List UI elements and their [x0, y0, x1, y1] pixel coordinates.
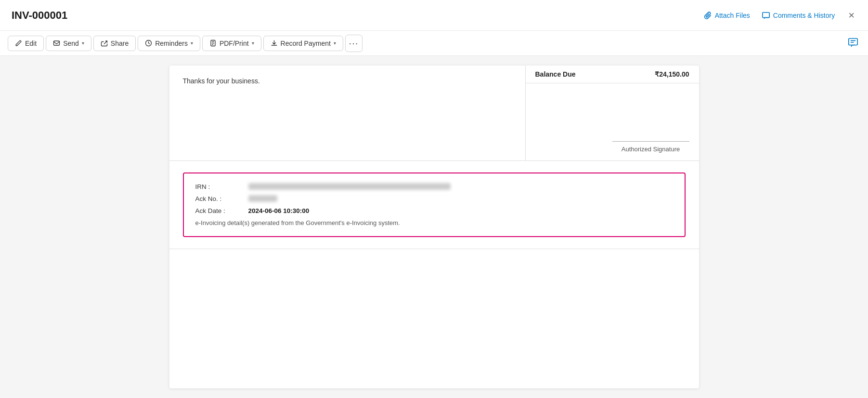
ack-date-value: 2024-06-06 10:30:00: [248, 207, 310, 214]
attach-files-label: Attach Files: [715, 12, 750, 19]
close-icon: ×: [848, 9, 855, 21]
ack-no-value: [248, 195, 277, 202]
einvoicing-note: e-Invoicing detail(s) generated from the…: [195, 219, 673, 226]
irn-section: IRN : Ack No. : Ack Date : 2024-06-06 10…: [183, 172, 686, 237]
more-icon: ⋯: [349, 39, 359, 48]
record-payment-button[interactable]: Record Payment ▾: [263, 36, 343, 51]
send-caret: ▾: [82, 40, 84, 46]
irn-label: IRN :: [195, 183, 248, 190]
page-header: INV-000001 Attach Files Comments & Histo…: [0, 0, 868, 31]
attach-files-button[interactable]: Attach Files: [703, 11, 750, 20]
record-payment-caret: ▾: [334, 40, 336, 46]
svg-rect-0: [763, 12, 769, 17]
svg-rect-1: [54, 41, 60, 45]
doc-left-panel: Thanks for your business.: [169, 66, 526, 160]
reminders-icon: [145, 40, 152, 47]
send-button[interactable]: Send ▾: [46, 36, 91, 51]
share-button[interactable]: Share: [93, 36, 136, 51]
svg-rect-4: [849, 39, 857, 45]
more-options-button[interactable]: ⋯: [345, 35, 363, 52]
signature-area: Authorized Signature: [526, 83, 699, 160]
document-area: Thanks for your business. Balance Due ₹2…: [12, 66, 856, 388]
balance-due-amount: ₹24,150.00: [655, 70, 689, 78]
share-icon: [101, 40, 108, 47]
ack-no-label: Ack No. :: [195, 195, 248, 202]
paperclip-icon: [703, 11, 712, 20]
edit-icon: [15, 40, 22, 47]
close-button[interactable]: ×: [846, 10, 856, 21]
action-toolbar: Edit Send ▾ Share Reminders ▾ PDF/Print: [0, 31, 868, 56]
reminders-button[interactable]: Reminders ▾: [138, 36, 200, 51]
record-payment-icon: [271, 40, 278, 47]
ack-date-label: Ack Date :: [195, 207, 248, 214]
ack-date-row: Ack Date : 2024-06-06 10:30:00: [195, 207, 673, 214]
send-label: Send: [63, 40, 79, 47]
doc-bottom-border: [169, 249, 699, 249]
chat-button[interactable]: [846, 35, 860, 51]
invoice-title: INV-000001: [12, 9, 67, 22]
authorized-signature: Authorized Signature: [612, 141, 689, 153]
comments-history-button[interactable]: Comments & History: [762, 11, 835, 20]
edit-button[interactable]: Edit: [8, 36, 44, 51]
share-label: Share: [111, 40, 129, 47]
send-icon: [53, 40, 60, 47]
header-actions: Attach Files Comments & History ×: [703, 10, 856, 21]
pdf-print-button[interactable]: PDF/Print ▾: [202, 36, 261, 51]
main-content: Thanks for your business. Balance Due ₹2…: [0, 56, 868, 398]
balance-due-label: Balance Due: [535, 70, 576, 78]
reminders-caret: ▾: [191, 40, 193, 46]
ack-no-row: Ack No. :: [195, 195, 673, 202]
irn-row: IRN :: [195, 183, 673, 190]
chat-icon: [848, 37, 858, 48]
doc-right-panel: Balance Due ₹24,150.00 Authorized Signat…: [526, 66, 699, 160]
comment-icon: [762, 11, 770, 20]
doc-top-section: Thanks for your business. Balance Due ₹2…: [169, 66, 699, 161]
record-payment-label: Record Payment: [281, 40, 331, 47]
edit-label: Edit: [25, 40, 37, 47]
invoice-document: Thanks for your business. Balance Due ₹2…: [169, 66, 699, 388]
irn-value: [248, 183, 451, 190]
pdf-caret: ▾: [252, 40, 254, 46]
pdf-print-label: PDF/Print: [220, 40, 249, 47]
pdf-icon: [209, 40, 217, 47]
thanks-text: Thanks for your business.: [183, 77, 512, 85]
comments-history-label: Comments & History: [773, 12, 835, 19]
reminders-label: Reminders: [155, 40, 188, 47]
balance-due-row: Balance Due ₹24,150.00: [526, 66, 699, 83]
